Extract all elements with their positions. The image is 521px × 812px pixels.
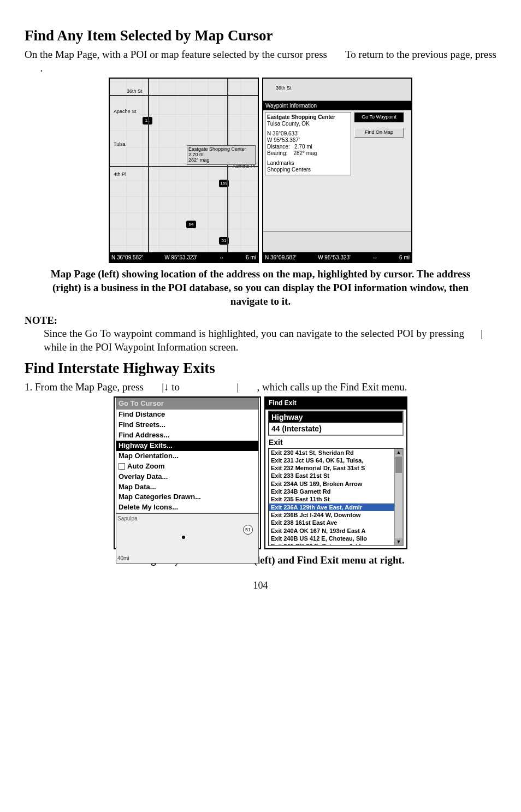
city-label-tulsa: Tulsa [113,141,126,148]
menu-map-data[interactable]: Map Data... [116,482,258,493]
menu-mini-map: Sapulpa 40mi 51 [116,513,259,564]
waypoint-info-screenshot: 36th St Waypoint Information Eastgate Sh… [262,78,412,263]
waypoint-cat2: Shopping Centers [267,167,349,173]
find-exit-title: Find Exit [265,398,406,410]
menu-find-streets[interactable]: Find Streets... [116,420,258,430]
waypoint-cat1: Landmarks [267,160,349,167]
heading-find-exits: Find Interstate Highway Exits [25,359,496,378]
list-item-selected[interactable]: Exit 236A 129th Ave East, Admir [269,503,395,511]
waypoint-name: Eastgate Shopping Center [267,114,349,121]
road-h1 [110,95,258,96]
map-menu-screenshot: Go To Cursor Find Distance Find Streets.… [114,396,261,549]
list-item[interactable]: Exit 234B Garnett Rd [269,488,395,495]
list-item[interactable]: Exit 238 161st East Ave [269,519,395,526]
figure2-caption: Find Highway Exits command (left) and Fi… [35,554,486,567]
street-label-apache: Apache St [113,109,137,115]
menu-map-orientation[interactable]: Map Orientation... [116,451,258,461]
para2e: , which calls up the Find Exit menu. [257,381,407,393]
menu-find-address[interactable]: Find Address... [116,430,258,441]
status-lat: N 36°09.582' [111,254,143,261]
waypoint-top-map-strip: 36th St [263,79,411,101]
road-v1 [148,79,149,252]
wpt-status-lon: W 95°53.323' [318,254,351,261]
town-label-sapulpa: Sapulpa [117,515,138,522]
list-item[interactable]: Exit 241 OK 66 E, Catoosa, Jct I- [269,542,395,546]
waypoint-bearing: Bearing: 282° mag [267,150,349,157]
status-lon: W 95°53.323' [164,254,197,261]
menu-delete-icons[interactable]: Delete My Icons... [116,502,258,513]
menu-highway-exits[interactable]: Highway Exits... [116,441,258,451]
menu-auto-zoom[interactable]: Auto Zoom [116,461,258,472]
list-item[interactable]: Exit 233 East 21st St [269,472,395,479]
note-heading: NOTE: [25,314,496,328]
heading-find-any-item: Find Any Item Selected by Map Cursor [25,26,496,45]
menu-go-to-cursor[interactable]: Go To Cursor [116,398,258,410]
street-label-36th: 36th St [126,88,143,95]
checkbox-icon[interactable] [119,463,125,470]
para1b: To return to the previous page, press [345,49,496,60]
scroll-up-icon[interactable]: ▲ [395,449,402,455]
list-item[interactable]: Exit 240B US 412 E, Choteau, Silo [269,535,395,542]
list-item[interactable]: Exit 230 41st St, Sheridan Rd [269,449,395,457]
wpt-status-lat: N 36°09.582' [265,254,297,261]
map-status-bar: N 36°09.582' W 95°53.323' ↔ 6 mi [110,252,258,262]
road-h2 [110,166,258,167]
list-item[interactable]: Exit 231 Jct US 64, OK 51, Tulsa, [269,457,395,464]
waypoint-info-title: Waypoint Information [263,101,411,110]
arrow-icon: ↔ [219,254,224,261]
highway-field[interactable]: Highway 44 (Interstate) [268,411,404,436]
shield-64: 64 [186,221,196,228]
waypoint-minimap [263,231,411,252]
waypoint-place: Tulsa County, OK [267,121,349,127]
list-item[interactable]: Exit 236B Jct I-244 W, Downtow [269,511,395,519]
find-on-map-button[interactable]: Find On Map [354,128,404,138]
waypoint-details-box: Eastgate Shopping Center Tulsa County, O… [265,112,351,175]
map-canvas: 36th St Apache St 4th Pl Admiral Pl Tuls… [110,79,258,262]
para1a: On the Map Page, with a POI or map featu… [25,49,327,60]
go-to-waypoint-button[interactable]: Go To Waypoint [354,112,404,122]
para2c: to [171,381,180,393]
status-zoom: 6 mi [246,254,256,261]
highway-field-label: Highway [269,412,402,423]
note-c: while in the POI Waypoint Information sc… [44,341,238,353]
scroll-down-icon[interactable]: ▼ [395,538,402,545]
list-item[interactable]: Exit 235 East 11th St [269,495,395,503]
figure-row-2: Go To Cursor Find Distance Find Streets.… [25,396,496,549]
figure1-caption: Map Page (left) showing location of the … [35,268,486,308]
note-a: Since the Go To waypoint command is high… [44,328,464,339]
poi-tooltip: Eastgate Shopping Center 2.70 mi 282° ma… [187,145,256,165]
list-item[interactable]: Exit 234A US 169, Broken Arrow [269,480,395,488]
scroll-thumb[interactable] [395,457,402,473]
strip-36th-label: 36th St [275,85,292,92]
map-page-screenshot: 36th St Apache St 4th Pl Admiral Pl Tuls… [109,78,259,263]
waypoint-info-pane: Eastgate Shopping Center Tulsa County, O… [263,110,411,177]
waypoint-lon: W 95°53.367' [267,137,349,144]
poi-tooltip-brg: 282° mag [188,158,254,163]
note-body: Since the Go To waypoint command is high… [44,327,496,354]
para1c: . [40,62,43,74]
note-sep: | [481,328,483,339]
para2a: 1. From the Map Page, press [25,381,144,393]
scrollbar[interactable]: ▲ ▼ [394,449,402,545]
exit-list[interactable]: Exit 230 41st St, Sheridan Rd Exit 231 J… [268,448,404,546]
road-v2 [227,79,228,252]
down-arrow-icon: ↓ [164,381,169,393]
list-item[interactable]: Exit 232 Memorial Dr, East 31st S [269,464,395,472]
map-menu-list: Go To Cursor Find Distance Find Streets.… [116,398,259,513]
menu-map-categories[interactable]: Map Categories Drawn... [116,492,258,502]
waypoint-buttons-col: Go To Waypoint Find On Map [353,110,405,177]
exit-list-inner: Exit 230 41st St, Sheridan Rd Exit 231 J… [269,449,395,545]
list-item[interactable]: Exit 240A OK 167 N, 193rd East A [269,527,395,535]
exit-section-label: Exit [269,437,403,447]
para-map-page: On the Map Page, with a POI or map featu… [25,48,496,75]
route-shield-51: 51 [243,525,253,535]
highway-field-value: 44 (Interstate) [269,423,402,435]
menu-overlay-data[interactable]: Overlay Data... [116,472,258,482]
arrow-icon: ↔ [372,254,378,261]
location-dot [182,536,185,539]
figure-row-1: 36th St Apache St 4th Pl Admiral Pl Tuls… [25,78,496,263]
waypoint-lat: N 36°09.633' [267,131,349,137]
para-find-exits: 1. From the Map Page, press |↓ to | , wh… [25,381,496,394]
para2d: | [237,381,239,393]
menu-find-distance[interactable]: Find Distance [116,410,258,420]
